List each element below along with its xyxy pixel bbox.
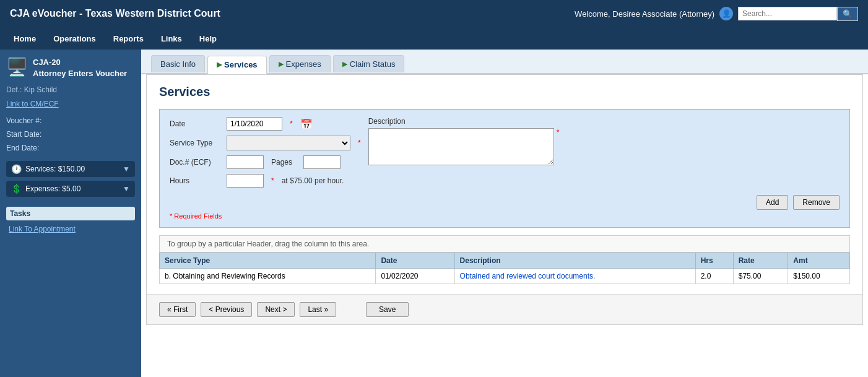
date-input[interactable] <box>227 117 282 131</box>
next-button[interactable]: Next > <box>257 302 295 317</box>
services-badge[interactable]: 🕐 Services: $150.00 ▼ <box>6 161 135 177</box>
nav-operations[interactable]: Operations <box>45 29 105 48</box>
date-required: * <box>290 119 293 128</box>
content-wrapper: 🖥️ CJA-20 Attorney Enters Voucher Def.: … <box>0 50 868 377</box>
cell-amt: $150.00 <box>788 269 850 284</box>
app-title: CJA eVoucher - Texas Western District Co… <box>10 8 220 19</box>
col-service-type: Service Type <box>160 253 376 269</box>
voucher-subtitle: Attorney Enters Voucher <box>33 68 127 79</box>
link-cm-ecf[interactable]: Link to CM/ECF <box>6 100 59 108</box>
start-date: Start Date: <box>6 128 135 142</box>
tab-arrow-claim: ▶ <box>342 60 347 68</box>
expenses-amount: Expenses: $5.00 <box>25 184 80 193</box>
service-type-row: Service Type * <box>170 136 361 150</box>
user-info: Welcome, Desiree Associate (Attorney) 👤 … <box>575 7 858 21</box>
defendant-label: Def.: Kip Schild <box>6 85 135 94</box>
hours-input[interactable] <box>227 174 264 188</box>
description-textarea[interactable] <box>368 128 554 165</box>
service-type-required: * <box>358 139 361 147</box>
nav-home[interactable]: Home <box>5 29 45 48</box>
voucher-number: Voucher #: <box>6 115 135 128</box>
main-content: Basic Info ▶ Services ▶ Expenses ▶ Claim… <box>141 50 868 377</box>
desc-required: * <box>557 128 560 137</box>
form-right: Description * <box>368 117 840 165</box>
tab-basic-info[interactable]: Basic Info <box>151 55 205 72</box>
col-date: Date <box>376 253 454 269</box>
sidebar: 🖥️ CJA-20 Attorney Enters Voucher Def.: … <box>0 50 141 377</box>
voucher-header: 🖥️ CJA-20 Attorney Enters Voucher <box>6 57 135 79</box>
bottom-nav: « First < Previous Next > Last » Save <box>147 294 862 324</box>
pages-label: Pages <box>271 158 296 167</box>
first-button[interactable]: « First <box>159 302 196 317</box>
voucher-code: CJA-20 <box>33 57 127 68</box>
services-amount: Services: $150.00 <box>25 165 85 173</box>
per-hour-label: at $75.00 per hour. <box>282 176 344 185</box>
main-panel: Services Date * 📅 <box>146 74 863 325</box>
form-buttons: Add Remove <box>170 195 840 210</box>
previous-button[interactable]: < Previous <box>201 302 252 317</box>
form-desc-area: Date * 📅 Service Type <box>170 117 840 193</box>
cell-hrs: 2.0 <box>695 269 733 284</box>
task-link[interactable]: Link To Appointment <box>6 223 78 235</box>
col-rate: Rate <box>733 253 788 269</box>
dollar-icon: 💲 <box>11 184 22 194</box>
add-button[interactable]: Add <box>757 195 788 210</box>
table-row: b. Obtaining and Reviewing Records 01/02… <box>160 269 850 284</box>
main-nav: Home Operations Reports Links Help <box>0 27 868 50</box>
form-left: Date * 📅 Service Type <box>170 117 361 193</box>
voucher-details: Voucher #: Start Date: End Date: <box>6 115 135 155</box>
calendar-button[interactable]: 📅 <box>300 118 313 130</box>
hours-label: Hours <box>170 176 219 185</box>
tab-expenses-label: Expenses <box>286 59 321 69</box>
services-arrow: ▼ <box>123 165 130 173</box>
tab-claim-status-label: Claim Status <box>350 59 396 69</box>
nav-links[interactable]: Links <box>152 29 191 48</box>
table-header-row: Service Type Date Description Hrs Rate A… <box>160 253 850 269</box>
required-note: * Required Fields <box>170 212 840 220</box>
tab-basic-info-label: Basic Info <box>160 59 196 69</box>
date-label: Date <box>170 119 219 128</box>
search-bar: 🔍 <box>738 7 858 21</box>
search-input[interactable] <box>738 7 837 20</box>
nav-help[interactable]: Help <box>191 29 225 48</box>
expenses-badge[interactable]: 💲 Expenses: $5.00 ▼ <box>6 181 135 197</box>
tab-services[interactable]: ▶ Services <box>207 56 267 74</box>
col-amt: Amt <box>788 253 850 269</box>
tasks-label: Tasks <box>6 207 135 220</box>
section-title: Services <box>159 85 850 99</box>
doc-ecf-row: Doc.# (ECF) Pages <box>170 155 361 169</box>
hours-row: Hours * at $75.00 per hour. <box>170 174 361 188</box>
tabs-bar: Basic Info ▶ Services ▶ Expenses ▶ Claim… <box>141 50 868 74</box>
clock-icon: 🕐 <box>11 164 22 174</box>
nav-reports[interactable]: Reports <box>105 29 152 48</box>
remove-button[interactable]: Remove <box>793 195 840 210</box>
doc-ecf-label: Doc.# (ECF) <box>170 158 219 167</box>
tasks-section: Tasks Link To Appointment <box>6 207 135 233</box>
save-button[interactable]: Save <box>366 302 409 317</box>
tab-arrow-services: ▶ <box>217 61 222 69</box>
service-type-label: Service Type <box>170 139 219 147</box>
desc-wrapper: * <box>368 128 840 165</box>
user-label: Welcome, Desiree Associate (Attorney) <box>575 9 714 19</box>
cell-date: 01/02/2020 <box>376 269 454 284</box>
col-description: Description <box>454 253 695 269</box>
tab-arrow-expenses: ▶ <box>279 60 284 68</box>
services-table: Service Type Date Description Hrs Rate A… <box>159 253 850 284</box>
description-link[interactable]: Obtained and reviewed court documents. <box>460 272 596 280</box>
service-type-select[interactable] <box>227 136 350 150</box>
top-header: CJA eVoucher - Texas Western District Co… <box>0 0 868 27</box>
monitor-icon: 🖥️ <box>6 57 28 77</box>
search-button[interactable]: 🔍 <box>837 7 858 21</box>
tab-claim-status[interactable]: ▶ Claim Status <box>333 55 405 72</box>
cell-description: Obtained and reviewed court documents. <box>454 269 695 284</box>
last-button[interactable]: Last » <box>300 302 336 317</box>
hours-required: * <box>271 176 274 185</box>
cell-service-type: b. Obtaining and Reviewing Records <box>160 269 376 284</box>
doc-ecf-input[interactable] <box>227 155 264 169</box>
date-row: Date * 📅 <box>170 117 361 131</box>
pages-input[interactable] <box>303 155 341 169</box>
tab-expenses[interactable]: ▶ Expenses <box>269 55 331 72</box>
col-hrs: Hrs <box>695 253 733 269</box>
cell-rate: $75.00 <box>733 269 788 284</box>
tab-services-label: Services <box>224 60 258 69</box>
